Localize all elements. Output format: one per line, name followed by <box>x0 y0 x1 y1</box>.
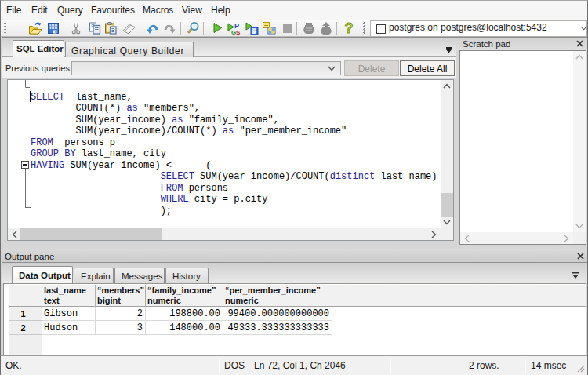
svg-text:S: S <box>236 29 241 36</box>
svg-text:?: ? <box>345 21 354 35</box>
